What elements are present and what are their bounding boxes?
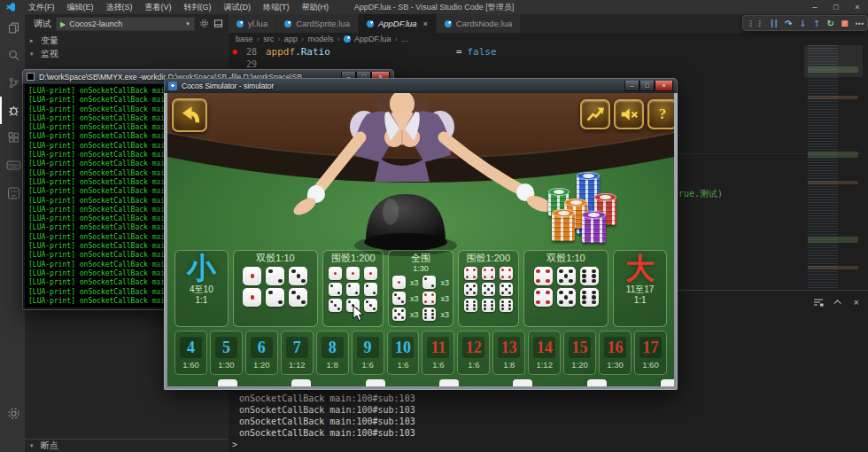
minimap-slider[interactable]	[804, 45, 863, 77]
sidebar-section-watch[interactable]: ▾ 监视	[25, 47, 229, 60]
bet-number-14[interactable]: 141:12	[528, 331, 561, 375]
menu-item[interactable]: 文件(F)	[22, 0, 61, 15]
trend-button[interactable]	[580, 99, 610, 129]
breadcrumb-item[interactable]: AppDF.lua	[354, 35, 391, 43]
sidebar-section-variables[interactable]: ▸ 变量	[25, 34, 229, 47]
breadcrumb-separator: ›	[257, 35, 260, 43]
step-out-icon[interactable]: ↑	[813, 19, 820, 28]
sidebar-section-breakpoints[interactable]: ▾ 断点	[25, 439, 229, 452]
dropdown-caret-icon: ▼	[185, 21, 190, 27]
bet-number-16[interactable]: 161:30	[599, 331, 632, 375]
menu-item[interactable]: 转到(G)	[178, 0, 218, 15]
explorer-icon	[8, 22, 19, 34]
help-button[interactable]: ?	[647, 99, 674, 129]
restart-icon[interactable]: ↻	[826, 19, 833, 28]
menu-item[interactable]: 选择(S)	[100, 0, 139, 15]
bet-number-7[interactable]: 71:12	[281, 331, 314, 375]
breadcrumb-item[interactable]: src	[263, 35, 274, 43]
bet-label: 双骰1:10	[546, 253, 585, 264]
maximize-panel-icon[interactable]	[833, 300, 841, 307]
chevron-down-icon: ▾	[30, 442, 37, 449]
bet-number-5[interactable]: 51:30	[210, 331, 243, 375]
close-panel-icon[interactable]: ×	[854, 297, 859, 308]
activity-item-extensions[interactable]	[0, 124, 25, 152]
breadcrumb-item[interactable]: ...	[401, 35, 408, 43]
back-button[interactable]	[172, 98, 207, 132]
menu-item[interactable]: 终端(T)	[257, 0, 296, 15]
bet-number-13[interactable]: 131:8	[492, 331, 525, 375]
return-arrow-icon	[178, 105, 201, 126]
bet-double-1[interactable]: 双骰1:10	[233, 250, 318, 327]
mute-button[interactable]	[614, 99, 644, 129]
activity-item-search[interactable]	[0, 42, 25, 69]
more-icon[interactable]: ⋯	[855, 19, 864, 28]
configure-gear-icon[interactable]	[199, 19, 209, 30]
maximize-button[interactable]: □	[825, 0, 847, 14]
tab-AppDF.lua[interactable]: AppDF.lua×	[359, 14, 437, 33]
console-input-prompt[interactable]: >	[232, 439, 415, 450]
menu-bar: 文件(F)编辑(E)选择(S)查看(V)转到(G)调试(D)终端(T)帮助(H)	[22, 0, 335, 15]
bet-any-triple-3[interactable]: 全围1:30x3x3x3x3x3x3	[388, 250, 453, 327]
bet-number-6[interactable]: 61:20	[245, 331, 278, 375]
menu-item[interactable]: 编辑(E)	[61, 0, 100, 15]
number-odds: 1:30	[607, 360, 624, 370]
minimize-button[interactable]: –	[624, 81, 639, 91]
activity-item-settings[interactable]	[0, 400, 25, 427]
activity-item-run-debug[interactable]	[0, 97, 25, 124]
bet-number-11[interactable]: 111:6	[422, 331, 454, 375]
activity-item-todo[interactable]: TODO	[0, 152, 25, 179]
maximize-button[interactable]: □	[639, 81, 655, 91]
start-debug-icon[interactable]: ▶	[60, 20, 66, 28]
word-wrap-icon[interactable]	[813, 294, 824, 310]
drag-icon[interactable]: ⋮⋮	[747, 19, 764, 28]
bet-number-17[interactable]: 171:60	[634, 331, 667, 375]
close-button[interactable]: ×	[655, 81, 673, 91]
bet-number-8[interactable]: 81:8	[316, 331, 349, 375]
bet-double-5[interactable]: 双骰1:10	[523, 250, 608, 327]
menu-item[interactable]: 帮助(H)	[296, 0, 336, 15]
menu-item[interactable]: 调试(D)	[218, 0, 258, 15]
tab-CardSprite.lua[interactable]: CardSprite.lua	[276, 14, 359, 33]
tab-CardsNode.lua[interactable]: CardsNode.lua	[437, 14, 521, 33]
bet-number-10[interactable]: 101:6	[387, 331, 420, 375]
die-face-1	[346, 267, 360, 280]
breadcrumb-item[interactable]: app	[284, 35, 298, 43]
minimize-button[interactable]: –	[804, 0, 825, 14]
bet-number-12[interactable]: 121:6	[457, 331, 490, 375]
close-tab-icon[interactable]: ×	[423, 19, 428, 28]
die-face-6	[580, 288, 599, 307]
minimap[interactable]	[804, 45, 863, 291]
menu-item[interactable]: 查看(V)	[139, 0, 178, 15]
activity-item-explorer[interactable]	[0, 14, 25, 42]
pause-icon[interactable]: ||	[771, 19, 779, 27]
simulator-titlebar[interactable]: Cocos Simulator - simulator –□×	[164, 78, 678, 93]
breakpoint-icon[interactable]: ●	[229, 47, 241, 56]
bet-number-4[interactable]: 41:60	[174, 331, 207, 375]
bet-triple-4[interactable]: 围骰1:200	[458, 250, 519, 327]
number-odds: 1:60	[182, 360, 199, 370]
activity-item-source-control[interactable]	[0, 69, 25, 97]
step-over-icon[interactable]: ↷	[785, 19, 792, 28]
die-face-3	[289, 288, 307, 307]
multiplier-label: x3	[410, 278, 419, 287]
open-console-icon[interactable]	[213, 19, 223, 30]
breadcrumb[interactable]: base›src›app›models›AppDF.lua›...	[229, 33, 868, 45]
hidden-die-top	[366, 379, 385, 386]
bet-small-0[interactable]: 小4至101:1	[174, 250, 229, 327]
tab-yl.lua[interactable]: yl.lua	[229, 14, 276, 33]
close-button[interactable]: ×	[847, 0, 868, 14]
breadcrumb-item[interactable]: models	[307, 35, 333, 43]
activity-item-lua-ide[interactable]: Luaide	[0, 179, 25, 207]
bet-number-15[interactable]: 151:20	[563, 331, 596, 375]
launch-config-select[interactable]: ▶ Cocos2-launch ▼	[56, 17, 195, 31]
bet-range: 4至10	[190, 284, 213, 295]
die-face-2	[266, 267, 284, 285]
stop-icon[interactable]: ■	[841, 19, 849, 27]
bet-number-9[interactable]: 91:6	[352, 331, 384, 375]
line-number: 29	[241, 59, 257, 69]
die-face-2	[422, 276, 436, 289]
tab-label: CardSprite.lua	[296, 19, 350, 28]
step-into-icon[interactable]: ↓	[799, 19, 806, 28]
bet-big-6[interactable]: 大11至171:1	[613, 250, 667, 327]
breadcrumb-item[interactable]: base	[236, 35, 253, 43]
